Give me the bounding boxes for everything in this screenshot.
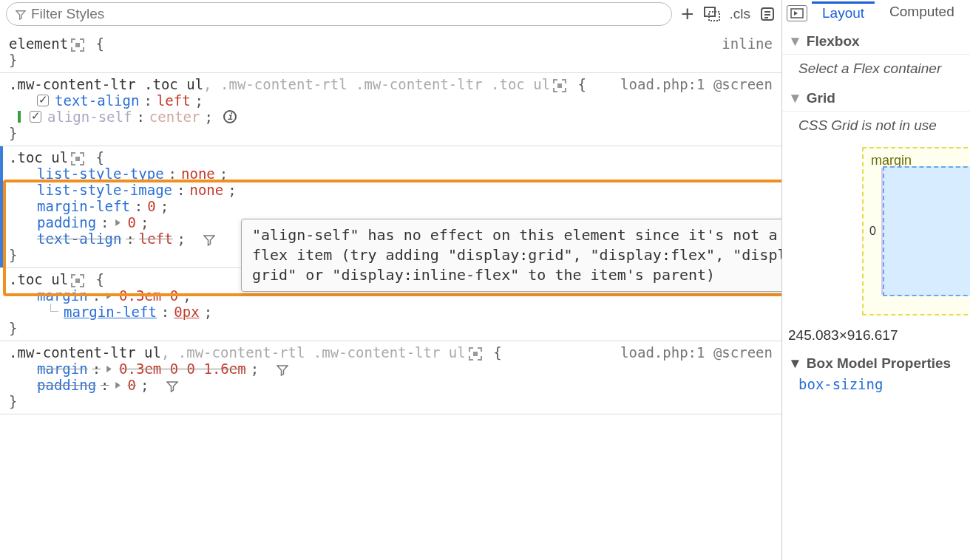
toggle-pseudo-button[interactable]	[703, 6, 721, 22]
css-declaration[interactable]: text-align: left;	[9, 92, 773, 109]
filter-input[interactable]	[31, 6, 662, 22]
svg-marker-7	[106, 293, 112, 299]
css-value[interactable]: none	[181, 165, 215, 182]
expand-shorthand-icon[interactable]	[105, 292, 113, 300]
css-declaration[interactable]: margin-left: 0;	[9, 198, 773, 214]
css-declaration[interactable]: align-self: center;i	[9, 109, 773, 125]
element-dimensions: 245.083×916.617	[782, 318, 970, 352]
layout-panel: Layout Computed ▼ Flexbox Select a Flex …	[782, 0, 970, 560]
css-value[interactable]: 0.3em 0 0 1.6em	[119, 361, 246, 377]
change-indicator	[18, 111, 21, 123]
layout-tabs: Layout Computed	[782, 0, 970, 29]
toolbar: + .cls	[0, 0, 781, 33]
filter-styles-field[interactable]	[6, 2, 672, 26]
box-sizing-property[interactable]: box-sizing	[782, 375, 970, 394]
css-property[interactable]: margin	[37, 361, 88, 377]
css-value[interactable]: 0.3em 0	[119, 287, 178, 304]
grid-section-header[interactable]: ▼ Grid	[782, 86, 970, 112]
rule-selector[interactable]: element {	[9, 35, 722, 52]
css-property[interactable]: margin-left	[37, 198, 130, 214]
flexbox-body: Select a Flex container	[782, 55, 970, 86]
grid-body: CSS Grid is not in use	[782, 112, 970, 143]
css-property[interactable]: list-style-type	[37, 165, 164, 182]
highlight-selector-icon[interactable]	[71, 38, 84, 52]
print-sim-button[interactable]	[759, 6, 776, 22]
css-value[interactable]: left	[139, 231, 173, 247]
cls-button[interactable]: .cls	[730, 6, 751, 22]
css-property[interactable]: align-self	[47, 109, 132, 125]
css-rule[interactable]: element {inline}	[0, 33, 781, 73]
twisty-icon: ▼	[788, 33, 802, 49]
css-property[interactable]: list-style-image	[37, 182, 172, 198]
tab-computed[interactable]: Computed	[879, 4, 965, 23]
inline-source: inline	[722, 35, 773, 52]
rule-selector[interactable]: .mw-content-ltr ul, .mw-content-rtl .mw-…	[9, 344, 614, 361]
filter-icon[interactable]	[277, 364, 286, 374]
rule-source-link[interactable]: load.php:1 @screen	[620, 344, 773, 361]
css-value[interactable]: left	[157, 92, 191, 109]
expand-shorthand-icon[interactable]	[114, 381, 122, 389]
rule-close-brace: }	[9, 125, 773, 141]
css-rule[interactable]: .mw-content-ltr .toc ul, .mw-content-rtl…	[0, 73, 781, 146]
margin-left-value[interactable]: 0	[869, 225, 876, 238]
flexbox-section-header[interactable]: ▼ Flexbox	[782, 29, 970, 55]
rule-close-brace: }	[9, 393, 773, 409]
svg-marker-6	[115, 219, 121, 226]
css-value[interactable]: 0	[128, 377, 136, 393]
css-value[interactable]: 0	[128, 214, 136, 231]
css-property[interactable]: margin	[37, 287, 88, 304]
rule-source-link[interactable]: load.php:1 @screen	[620, 76, 773, 92]
highlight-selector-icon[interactable]	[71, 152, 84, 165]
css-rule[interactable]: .mw-content-ltr ul, .mw-content-rtl .mw-…	[0, 341, 781, 414]
highlight-selector-icon[interactable]	[553, 79, 566, 92]
css-declaration[interactable]: padding: 0;	[9, 377, 773, 393]
expand-shorthand-icon[interactable]	[105, 365, 113, 373]
tab-layout[interactable]: Layout	[812, 1, 875, 24]
box-model-props-header[interactable]: ▼ Box Model Properties	[782, 352, 970, 375]
css-declaration[interactable]: list-style-type: none;	[9, 165, 773, 182]
css-declaration[interactable]: margin-left: 0px;	[9, 304, 773, 320]
svg-marker-8	[106, 366, 112, 372]
toggle-declaration-checkbox[interactable]	[30, 111, 41, 123]
css-declaration[interactable]: list-style-image: none;	[9, 182, 773, 198]
svg-marker-9	[115, 382, 121, 389]
selected-rule-indicator	[0, 146, 3, 267]
twisty-icon: ▼	[788, 90, 802, 106]
expand-shorthand-icon[interactable]	[114, 219, 122, 227]
svg-marker-11	[794, 11, 798, 16]
rule-close-brace: }	[9, 52, 773, 68]
highlight-selector-icon[interactable]	[71, 274, 84, 287]
css-value[interactable]: 0	[147, 198, 155, 214]
rule-selector[interactable]: .toc ul {	[9, 149, 773, 165]
content-box	[883, 166, 970, 296]
css-property[interactable]: margin-left	[64, 304, 157, 320]
styles-panel: + .cls "align-self" has no effect on thi…	[0, 0, 782, 560]
css-value[interactable]: 0px	[174, 304, 199, 320]
filter-icon[interactable]	[203, 234, 213, 244]
inactive-css-info-icon[interactable]: i	[223, 110, 237, 123]
funnel-icon	[16, 10, 25, 19]
flexbox-title: Flexbox	[807, 33, 860, 49]
add-rule-button[interactable]: +	[681, 1, 694, 27]
css-value[interactable]: center	[149, 109, 200, 125]
highlight-selector-icon[interactable]	[469, 347, 482, 361]
box-model-diagram[interactable]: margin 0 border 0 padding 0	[782, 143, 970, 318]
css-property[interactable]: text-align	[55, 92, 139, 109]
twisty-icon: ▼	[788, 355, 802, 372]
rules-list: "align-self" has no effect on this eleme…	[0, 33, 781, 560]
css-value[interactable]: none	[189, 182, 223, 198]
rule-selector[interactable]: .mw-content-ltr .toc ul, .mw-content-rtl…	[9, 76, 614, 92]
filter-icon[interactable]	[166, 380, 176, 390]
toggle-declaration-checkbox[interactable]	[37, 95, 49, 106]
css-property[interactable]: padding	[37, 377, 96, 393]
rule-close-brace: }	[9, 320, 773, 336]
css-property[interactable]: text-align	[37, 231, 121, 247]
inactive-css-tooltip: "align-self" has no effect on this eleme…	[241, 219, 781, 292]
box-model-props-title: Box Model Properties	[807, 355, 951, 372]
grid-title: Grid	[807, 90, 835, 106]
css-property[interactable]: padding	[37, 214, 96, 231]
css-declaration[interactable]: margin: 0.3em 0 0 1.6em;	[9, 361, 773, 377]
panel-toggle-button[interactable]	[787, 5, 807, 21]
